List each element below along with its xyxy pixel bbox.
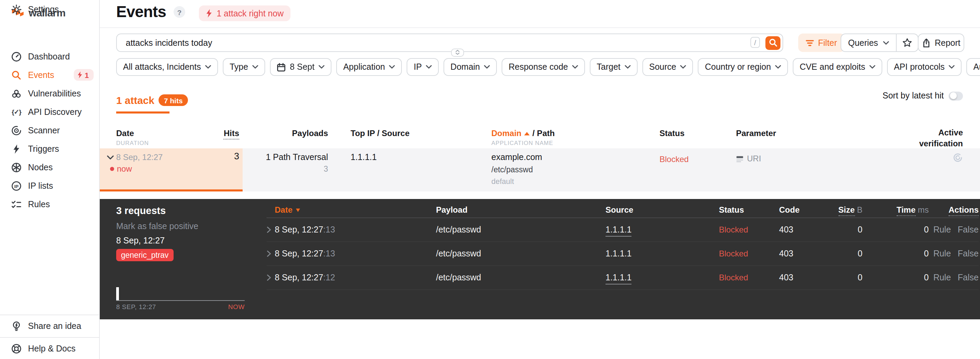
- request-code: 403: [779, 249, 821, 258]
- col-request-actions[interactable]: Actions: [929, 205, 978, 214]
- attack-type-tag[interactable]: generic_ptrav: [116, 249, 173, 261]
- filter-chip-source[interactable]: Source: [643, 58, 693, 76]
- queries-dropdown[interactable]: Queries: [841, 34, 897, 51]
- false-action[interactable]: False: [958, 273, 978, 282]
- filter-chip-type[interactable]: Type: [223, 58, 265, 76]
- attack-detail-time: 8 Sep, 12:27: [116, 236, 165, 246]
- filter-chip-target[interactable]: Target: [590, 58, 638, 76]
- chevron-down-icon: [572, 65, 578, 69]
- filter-chip-ip[interactable]: IP: [407, 58, 439, 76]
- expand-request-icon[interactable]: [267, 274, 275, 281]
- request-payload: /etc/passwd: [436, 225, 606, 235]
- titlebar: Events ? 1 attack right now: [100, 0, 980, 28]
- request-source[interactable]: 1.1.1.1: [606, 273, 719, 282]
- request-source[interactable]: 1.1.1.1: [606, 225, 719, 235]
- sidebar-item-nodes[interactable]: Nodes: [0, 158, 99, 176]
- events-attack-count-badge: 1: [74, 69, 94, 81]
- rule-action[interactable]: Rule: [933, 225, 951, 235]
- filter-chip-domain[interactable]: Domain: [444, 58, 497, 76]
- sidebar-item-settings[interactable]: Settings: [0, 0, 99, 18]
- filter-chips-row: All attacks, Incidents Type 8 Sept Appli…: [116, 58, 980, 76]
- col-domain-path[interactable]: Domain/ Path: [492, 129, 555, 138]
- request-row[interactable]: 8 Sep, 12:27:13 /etc/passwd 1.1.1.1 Bloc…: [267, 242, 978, 266]
- active-tab-underline: [116, 112, 170, 113]
- expand-request-icon[interactable]: [267, 227, 275, 233]
- request-size: 0: [821, 249, 862, 258]
- lightbulb-icon: [11, 321, 22, 332]
- sidebar-item-help-docs[interactable]: Help & Docs: [0, 341, 99, 356]
- filter-chip-application[interactable]: Application: [336, 58, 402, 76]
- tab-attacks[interactable]: 1 attack 7 hits: [116, 94, 188, 106]
- lightning-icon: [11, 143, 22, 154]
- request-source[interactable]: 1.1.1.1: [606, 249, 719, 258]
- filter-chip-response-code[interactable]: Response code: [502, 58, 585, 76]
- col-request-size[interactable]: Size B: [821, 205, 862, 214]
- hits-count-badge: 7 hits: [159, 94, 188, 106]
- chevron-down-icon: [775, 65, 781, 69]
- col-request-time[interactable]: Time ms: [862, 205, 929, 214]
- filter-chip-authentication[interactable]: Authentication: [967, 58, 980, 76]
- sidebar-item-vulnerabilities[interactable]: Vulnerabilities: [0, 84, 99, 102]
- col-request-payload: Payload: [436, 205, 606, 214]
- chevron-down-icon: [883, 41, 889, 45]
- request-actions: RuleFalse: [929, 249, 978, 258]
- sort-toggle[interactable]: [948, 91, 963, 100]
- requests-table-header: Date Payload Source Status Code Size B T…: [267, 202, 978, 218]
- request-code: 403: [779, 273, 821, 282]
- filter-chip-cve[interactable]: CVE and exploits: [793, 58, 882, 76]
- request-row[interactable]: 8 Sep, 12:27:12 /etc/passwd 1.1.1.1 Bloc…: [267, 266, 978, 290]
- col-hits[interactable]: Hits: [196, 129, 239, 138]
- false-action[interactable]: False: [958, 225, 978, 235]
- sidebar-item-events[interactable]: Events 1: [0, 65, 99, 84]
- sidebar-item-api-discovery[interactable]: {✓} API Discovery: [0, 102, 99, 121]
- search-button[interactable]: [765, 36, 780, 49]
- favorite-query-button[interactable]: [897, 34, 918, 51]
- filter-chip-all-attacks[interactable]: All attacks, Incidents: [116, 58, 218, 76]
- rule-action[interactable]: Rule: [933, 273, 951, 282]
- filter-chip-country[interactable]: Country or region: [698, 58, 788, 76]
- attack-now-badge[interactable]: 1 attack right now: [199, 5, 290, 21]
- false-action[interactable]: False: [958, 249, 978, 258]
- attack-row[interactable]: 8 Sep, 12:27 now 3 1 Path Traversal 3 1.…: [100, 148, 980, 191]
- search-collapse-handle[interactable]: [451, 48, 464, 56]
- attack-details-panel: 3 requests Mark as false positive 8 Sep,…: [100, 199, 980, 319]
- rules-checklist-icon: [11, 199, 22, 210]
- lightning-icon: [206, 9, 213, 18]
- nodes-icon: [11, 162, 22, 173]
- rule-action[interactable]: Rule: [933, 249, 951, 258]
- expand-request-icon[interactable]: [267, 250, 275, 257]
- attack-top-ip[interactable]: 1.1.1.1: [351, 153, 377, 162]
- col-request-date[interactable]: Date: [275, 205, 436, 214]
- col-request-status: Status: [719, 205, 779, 214]
- request-payload: /etc/passwd: [436, 249, 606, 258]
- help-icon[interactable]: ?: [173, 6, 185, 18]
- sidebar-item-rules[interactable]: Rules: [0, 195, 99, 213]
- sidebar-item-scanner[interactable]: Scanner: [0, 121, 99, 139]
- mark-false-positive-link[interactable]: Mark as false positive: [116, 222, 198, 231]
- sidebar-item-dashboard[interactable]: Dashboard: [0, 47, 99, 65]
- sidebar-item-share-idea[interactable]: Share an idea: [0, 319, 99, 334]
- active-verification-icon[interactable]: [953, 153, 963, 163]
- calendar-icon: [277, 62, 286, 72]
- sidebar-item-label: Vulnerabilities: [28, 89, 81, 98]
- report-button[interactable]: Report: [918, 34, 964, 52]
- attack-application: default: [492, 177, 514, 185]
- filter-icon: [806, 39, 814, 46]
- sort-label: Sort by latest hit: [883, 91, 944, 101]
- attack-duration: now: [110, 164, 132, 174]
- col-parameter: Parameter: [736, 129, 776, 138]
- sidebar-item-triggers[interactable]: Triggers: [0, 139, 99, 158]
- collapse-row-icon[interactable]: [107, 155, 114, 160]
- attack-count-label: 1 attack: [116, 94, 154, 106]
- filter-chip-date[interactable]: 8 Sept: [270, 58, 331, 76]
- filter-chip-api-protocols[interactable]: API protocols: [887, 58, 962, 76]
- col-request-source: Source: [606, 205, 719, 214]
- attack-payload-type: 1 Path Traversal: [237, 153, 328, 162]
- filter-button[interactable]: Filter: [798, 34, 845, 52]
- request-row[interactable]: 8 Sep, 12:27:13 /etc/passwd 1.1.1.1 Bloc…: [267, 218, 978, 242]
- sidebar-item-ip-lists[interactable]: IP IP lists: [0, 176, 99, 195]
- search-input[interactable]: [117, 34, 783, 51]
- chevron-down-icon: [625, 65, 631, 69]
- timeline-bar: [116, 287, 119, 300]
- queries-group: Queries: [841, 34, 918, 52]
